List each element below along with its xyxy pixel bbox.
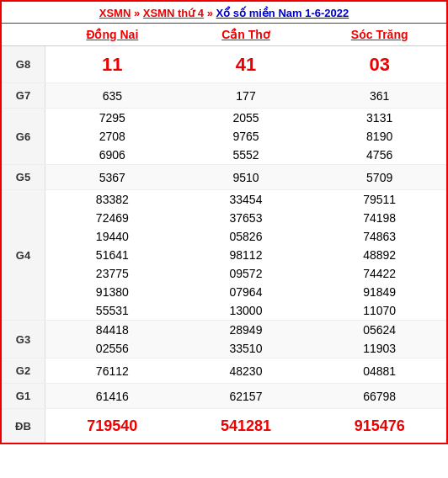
- g6-cells: 7295 2708 6906 2055 9765 5552 3131 8190 …: [45, 109, 446, 164]
- cell-g4-r4-c2: 98112: [179, 246, 313, 264]
- cell-g4-r3-c3: 74863: [312, 227, 446, 246]
- cell-g6-r2-c3: 8190: [312, 127, 446, 146]
- cell-g7-1: 635: [45, 83, 179, 108]
- cell-g6-r1-c2: 2055: [179, 109, 313, 127]
- row-g7: G7 635 177 361: [2, 83, 446, 109]
- cell-g7-2: 177: [179, 83, 313, 108]
- cell-g8-3: 03: [312, 46, 446, 82]
- cell-g8-2: 41: [179, 46, 313, 82]
- row-db: ĐB 719540 541281 915476: [2, 409, 446, 443]
- row-g1: G1 61416 62157 66798: [2, 384, 446, 409]
- cell-g4-r7-c3: 11070: [312, 301, 446, 320]
- cell-g3-r2-c2: 33510: [179, 339, 313, 358]
- header: XSMN » XSMN thứ 4 » Xổ số miền Nam 1-6-2…: [2, 2, 446, 24]
- cell-g3-r2-c3: 11903: [312, 339, 446, 358]
- label-g7: G7: [2, 83, 45, 108]
- row-g4: G4 83382 72469 19440 51641 23775 91380 5…: [2, 190, 446, 321]
- row-g3: G3 84418 02556 28949 33510 05624 11903: [2, 321, 446, 358]
- cell-g4-r7-c1: 55531: [45, 301, 179, 320]
- cell-g2-1: 76112: [45, 358, 179, 383]
- cell-g6-r1-c1: 7295: [45, 109, 179, 127]
- cell-db-1: 719540: [45, 409, 179, 443]
- label-g3: G3: [2, 321, 45, 358]
- cell-g3-r2-c1: 02556: [45, 339, 179, 358]
- col-header-empty: [2, 24, 45, 45]
- label-g2: G2: [2, 358, 45, 383]
- col-header-dong-nai: Đồng Nai: [45, 24, 179, 45]
- cell-g4-r3-c2: 05826: [179, 227, 313, 246]
- cell-db-3: 915476: [312, 409, 446, 443]
- cell-g4-r6-c3: 91849: [312, 283, 446, 301]
- cell-g2-3: 04881: [312, 358, 446, 383]
- cell-g6-r3-c2: 5552: [179, 146, 313, 164]
- g3-cells: 84418 02556 28949 33510 05624 11903: [45, 321, 446, 358]
- cell-g7-3: 361: [312, 83, 446, 108]
- label-db: ĐB: [2, 409, 45, 443]
- cell-g4-r5-c1: 23775: [45, 264, 179, 283]
- cell-g4-r4-c3: 48892: [312, 246, 446, 264]
- cell-g6-r2-c1: 2708: [45, 127, 179, 146]
- cell-g1-1: 61416: [45, 384, 179, 408]
- cell-g6-r3-c1: 6906: [45, 146, 179, 164]
- label-g5: G5: [2, 165, 45, 189]
- label-g4: G4: [2, 190, 45, 320]
- cell-g4-r4-c1: 51641: [45, 246, 179, 264]
- cell-g5-1: 5367: [45, 165, 179, 189]
- cell-g4-r3-c1: 19440: [45, 227, 179, 246]
- cell-g4-r2-c1: 72469: [45, 209, 179, 227]
- cell-g3-r1-c2: 28949: [179, 321, 313, 339]
- cell-g4-r2-c3: 74198: [312, 209, 446, 227]
- xsmnthu4-link[interactable]: XSMN thứ 4: [143, 7, 204, 19]
- label-g1: G1: [2, 384, 45, 408]
- cell-g6-r1-c3: 3131: [312, 109, 446, 127]
- lottery-table: XSMN » XSMN thứ 4 » Xổ số miền Nam 1-6-2…: [0, 0, 448, 444]
- col-header-soc-trang: Sóc Trăng: [312, 24, 446, 45]
- breadcrumb: XSMN » XSMN thứ 4 » Xổ số miền Nam 1-6-2…: [5, 7, 443, 19]
- cell-db-2: 541281: [179, 409, 313, 443]
- xsmn-link[interactable]: XSMN: [99, 7, 131, 19]
- cell-g4-r5-c2: 09572: [179, 264, 313, 283]
- col-header-can-tho: Cần Thơ: [179, 24, 313, 45]
- cell-g5-3: 5709: [312, 165, 446, 189]
- g4-cells: 83382 72469 19440 51641 23775 91380 5553…: [45, 190, 446, 320]
- cell-g6-r3-c3: 4756: [312, 146, 446, 164]
- cell-g8-1: 11: [45, 46, 179, 82]
- label-g8: G8: [2, 46, 45, 82]
- row-g5: G5 5367 9510 5709: [2, 165, 446, 190]
- column-headers: Đồng Nai Cần Thơ Sóc Trăng: [2, 24, 446, 46]
- cell-g4-r6-c2: 07964: [179, 283, 313, 301]
- cell-g1-2: 62157: [179, 384, 313, 408]
- cell-g4-r7-c2: 13000: [179, 301, 313, 320]
- cell-g3-r1-c3: 05624: [312, 321, 446, 339]
- cell-g1-3: 66798: [312, 384, 446, 408]
- label-g6: G6: [2, 109, 45, 164]
- row-g2: G2 76112 48230 04881: [2, 358, 446, 384]
- cell-g4-r2-c2: 37653: [179, 209, 313, 227]
- cell-g4-r1-c2: 33454: [179, 190, 313, 209]
- cell-g4-r1-c3: 79511: [312, 190, 446, 209]
- cell-g4-r5-c3: 74422: [312, 264, 446, 283]
- cell-g4-r1-c1: 83382: [45, 190, 179, 209]
- cell-g3-r1-c1: 84418: [45, 321, 179, 339]
- cell-g6-r2-c2: 9765: [179, 127, 313, 146]
- cell-g2-2: 48230: [179, 358, 313, 383]
- cell-g5-2: 9510: [179, 165, 313, 189]
- row-g8: G8 11 41 03: [2, 46, 446, 83]
- row-g6: G6 7295 2708 6906 2055 9765 5552 3131 81…: [2, 109, 446, 165]
- title-link[interactable]: Xổ số miền Nam 1-6-2022: [216, 7, 349, 19]
- cell-g4-r6-c1: 91380: [45, 283, 179, 301]
